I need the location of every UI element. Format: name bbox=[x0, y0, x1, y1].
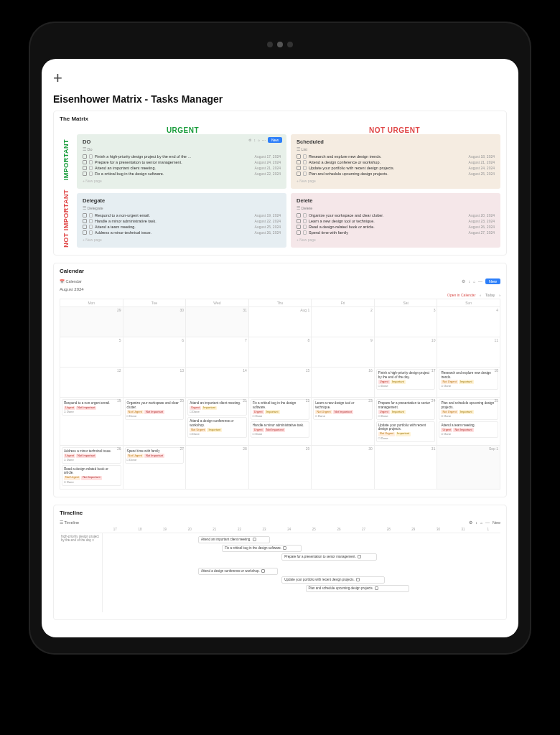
sort-icon[interactable]: ↕ bbox=[468, 279, 470, 284]
filter-icon[interactable]: ⚙ bbox=[248, 138, 251, 142]
calendar-cell[interactable]: 5 bbox=[60, 337, 123, 368]
checkbox-icon[interactable] bbox=[283, 546, 286, 550]
calendar-cell[interactable]: 30 bbox=[312, 446, 375, 490]
timeline-bar[interactable]: Attend an important client meeting. bbox=[198, 536, 270, 543]
calendar-card[interactable]: Read a design-related book or article.No… bbox=[62, 465, 121, 486]
calendar-card[interactable]: Prepare for a presentation to senior man… bbox=[376, 399, 436, 420]
task-row[interactable]: Prepare for a presentation to senior man… bbox=[83, 159, 281, 165]
timeline-bar[interactable]: Attend a design conference or workshop. bbox=[198, 568, 278, 575]
add-button[interactable]: + bbox=[53, 69, 507, 88]
calendar-cell[interactable]: Sep 1 bbox=[437, 446, 500, 490]
task-row[interactable]: Plan and schedule upcoming design projec… bbox=[297, 171, 495, 177]
calendar-cell[interactable]: 22Fix a critical bug in the design softw… bbox=[249, 398, 312, 446]
new-page-link[interactable]: + New page bbox=[83, 179, 281, 183]
new-button[interactable]: New bbox=[268, 137, 282, 143]
task-row[interactable]: Read a design-related book or article.Au… bbox=[297, 224, 495, 230]
done-checkbox[interactable]: Done bbox=[64, 458, 119, 462]
new-page-link[interactable]: + New page bbox=[297, 238, 495, 242]
calendar-cell[interactable]: 26Address a minor technical issue.Urgent… bbox=[60, 446, 123, 490]
calendar-card[interactable]: Plan and schedule upcoming design projec… bbox=[439, 399, 498, 420]
calendar-cell[interactable]: 23Learn a new design tool or technique.N… bbox=[312, 398, 375, 446]
calendar-card[interactable]: Attend an important client meeting.Urgen… bbox=[187, 399, 247, 416]
calendar-cell[interactable]: Aug 1 bbox=[249, 307, 312, 337]
task-row[interactable]: Respond to a non-urgent email.August 19,… bbox=[83, 212, 281, 218]
calendar-card[interactable]: Attend a design conference or workshop.N… bbox=[187, 417, 247, 438]
search-icon[interactable]: ⌕ bbox=[480, 520, 482, 525]
calendar-cell[interactable]: 11 bbox=[437, 337, 500, 368]
checkbox-icon[interactable] bbox=[297, 172, 301, 176]
calendar-card[interactable]: Update your portfolio with recent design… bbox=[376, 421, 436, 442]
task-row[interactable]: Finish a high-priority design project by… bbox=[83, 154, 281, 159]
done-checkbox[interactable]: Done bbox=[378, 384, 434, 388]
calendar-cell[interactable]: 12 bbox=[60, 368, 123, 398]
calendar-cell[interactable]: 3 bbox=[375, 307, 438, 337]
search-icon[interactable]: ⌕ bbox=[258, 138, 260, 142]
task-row[interactable]: Spend time with familyAugust 27, 2024 bbox=[297, 230, 495, 235]
calendar-card[interactable]: Spend time with familyNot UrgentNot Impo… bbox=[125, 447, 185, 464]
calendar-cell[interactable]: 8 bbox=[249, 337, 312, 368]
quad-scheduled-subtitle[interactable]: ☰ List bbox=[297, 147, 495, 151]
done-checkbox[interactable]: Done bbox=[64, 410, 119, 413]
timeline-left-task[interactable]: high-priority design project by the end … bbox=[60, 533, 103, 612]
filter-icon[interactable]: ⚙ bbox=[469, 520, 472, 525]
calendar-cell[interactable]: 30 bbox=[123, 307, 187, 337]
task-row[interactable]: Fix a critical bug in the design softwar… bbox=[83, 171, 281, 177]
checkbox-icon[interactable] bbox=[297, 213, 301, 217]
calendar-cell[interactable]: 2 bbox=[312, 307, 375, 337]
task-row[interactable]: Attend a design conference or workshop.A… bbox=[297, 159, 495, 165]
checkbox-icon[interactable] bbox=[253, 538, 256, 541]
timeline-bar[interactable]: Update your portfolio with recent design… bbox=[281, 576, 385, 584]
calendar-cell[interactable]: 9 bbox=[312, 337, 375, 368]
checkbox-icon[interactable] bbox=[83, 154, 87, 159]
sort-icon[interactable]: ↕ bbox=[475, 520, 477, 525]
next-month-icon[interactable]: › bbox=[499, 293, 500, 297]
checkbox-icon[interactable] bbox=[83, 166, 87, 170]
calendar-cell[interactable]: 24Prepare for a presentation to senior m… bbox=[375, 398, 438, 446]
calendar-cell[interactable]: 29 bbox=[60, 307, 123, 337]
checkbox-icon[interactable] bbox=[375, 586, 378, 590]
calendar-cell[interactable]: 15 bbox=[249, 368, 312, 398]
filter-icon[interactable]: ⚙ bbox=[462, 279, 465, 284]
task-row[interactable]: Learn a new design tool or technique.Aug… bbox=[297, 218, 495, 224]
done-checkbox[interactable]: Done bbox=[378, 414, 434, 418]
done-checkbox[interactable]: Done bbox=[253, 432, 308, 436]
calendar-card[interactable]: Attend a team meeting.UrgentNot Importan… bbox=[439, 421, 498, 438]
calendar-cell[interactable]: 10 bbox=[375, 337, 438, 368]
done-checkbox[interactable]: Done bbox=[441, 384, 496, 388]
prev-month-icon[interactable]: ‹ bbox=[480, 293, 481, 297]
calendar-cell[interactable]: 28 bbox=[186, 446, 249, 490]
calendar-cell[interactable]: 18Research and explore new design trends… bbox=[437, 368, 500, 398]
new-page-link[interactable]: + New page bbox=[83, 238, 281, 242]
checkbox-icon[interactable] bbox=[297, 166, 301, 170]
checkbox-icon[interactable] bbox=[83, 213, 87, 217]
task-row[interactable]: Attend an important client meeting.Augus… bbox=[83, 165, 281, 171]
checkbox-icon[interactable] bbox=[297, 225, 301, 229]
done-checkbox[interactable]: Done bbox=[127, 458, 182, 462]
timeline-new-button[interactable]: New bbox=[493, 520, 500, 525]
calendar-cell[interactable]: 25Plan and schedule upcoming design proj… bbox=[437, 398, 500, 446]
calendar-cell[interactable]: 19Respond to a non-urgent email.UrgentNo… bbox=[60, 398, 123, 446]
checkbox-icon[interactable] bbox=[83, 230, 87, 235]
quadrant-do[interactable]: ⚙ ↕ ⌕ ⋯ New DO ☰ Do Finish a high-priori… bbox=[77, 134, 286, 189]
search-icon[interactable]: ⌕ bbox=[473, 279, 475, 284]
calendar-new-button[interactable]: New bbox=[485, 278, 500, 284]
calendar-card[interactable]: Address a minor technical issue.UrgentNo… bbox=[62, 447, 121, 464]
task-row[interactable]: Address a minor technical issue.August 2… bbox=[83, 230, 281, 235]
calendar-cell[interactable]: 14 bbox=[186, 368, 249, 398]
quad-delete-subtitle[interactable]: ☰ Delete bbox=[297, 206, 495, 210]
checkbox-icon[interactable] bbox=[297, 230, 301, 235]
calendar-cell[interactable]: 31 bbox=[375, 446, 438, 490]
quad-delegate-subtitle[interactable]: ☰ Delegate bbox=[83, 206, 281, 210]
checkbox-icon[interactable] bbox=[297, 154, 301, 159]
task-row[interactable]: Update your portfolio with recent design… bbox=[297, 165, 495, 171]
calendar-cell[interactable]: 16 bbox=[312, 368, 375, 398]
more-icon[interactable]: ⋯ bbox=[485, 520, 490, 525]
new-page-link[interactable]: + New page bbox=[297, 179, 495, 183]
checkbox-icon[interactable] bbox=[83, 160, 87, 164]
calendar-card[interactable]: Respond to a non-urgent email.UrgentNot … bbox=[62, 399, 121, 416]
done-checkbox[interactable]: Done bbox=[441, 432, 496, 436]
calendar-cell[interactable]: 20Organize your workspace and clear clut… bbox=[123, 398, 187, 446]
open-in-calendar[interactable]: Open in Calendar bbox=[447, 293, 475, 297]
checkbox-icon[interactable] bbox=[83, 172, 87, 176]
calendar-card[interactable]: Organize your workspace and clear clutte… bbox=[125, 399, 185, 420]
